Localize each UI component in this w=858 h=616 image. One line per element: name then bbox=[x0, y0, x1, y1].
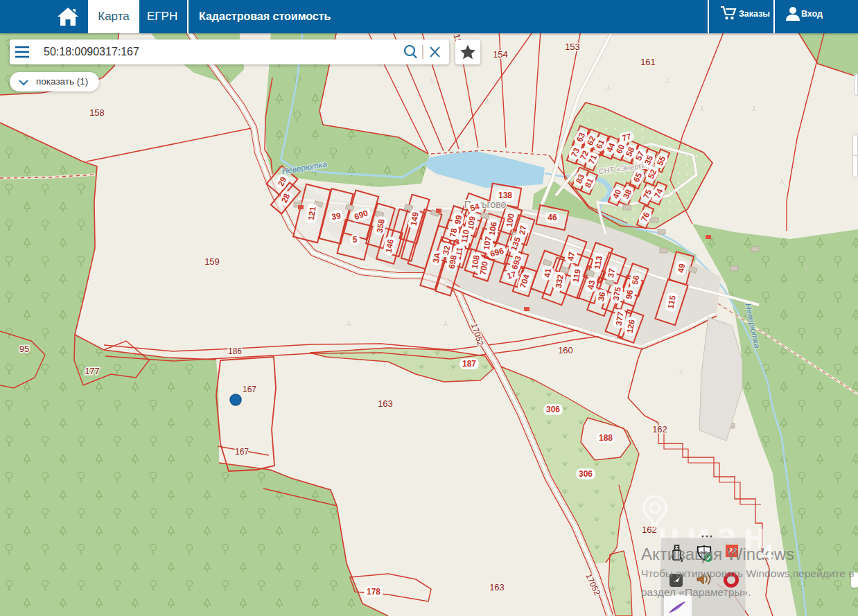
svg-text:95: 95 bbox=[19, 344, 29, 354]
svg-text:153: 153 bbox=[565, 42, 580, 52]
svg-text:56: 56 bbox=[630, 274, 641, 285]
svg-text:187: 187 bbox=[462, 359, 476, 369]
svg-text:163: 163 bbox=[489, 582, 505, 592]
svg-text:47: 47 bbox=[566, 251, 577, 262]
svg-text:96: 96 bbox=[624, 289, 635, 300]
svg-text:36: 36 bbox=[596, 291, 607, 302]
svg-text:167: 167 bbox=[243, 385, 256, 394]
svg-text:49: 49 bbox=[676, 263, 687, 274]
svg-text:167: 167 bbox=[235, 447, 249, 457]
svg-text:43: 43 bbox=[586, 279, 597, 290]
svg-text:37: 37 bbox=[606, 267, 617, 279]
svg-text:162: 162 bbox=[652, 424, 667, 434]
svg-text:3А: 3А bbox=[431, 252, 443, 264]
svg-text:5: 5 bbox=[353, 235, 358, 245]
svg-text:138: 138 bbox=[498, 191, 512, 200]
svg-text:46: 46 bbox=[548, 213, 557, 222]
svg-text:306: 306 bbox=[546, 405, 560, 414]
svg-text:78: 78 bbox=[448, 227, 459, 238]
svg-text:306: 306 bbox=[579, 469, 593, 479]
svg-text:27: 27 bbox=[517, 225, 528, 236]
svg-text:41: 41 bbox=[542, 267, 553, 279]
svg-text:163: 163 bbox=[378, 398, 393, 409]
svg-text:161: 161 bbox=[640, 57, 656, 67]
svg-text:158: 158 bbox=[89, 107, 105, 118]
svg-text:99: 99 bbox=[453, 214, 464, 225]
svg-text:121: 121 bbox=[306, 206, 318, 221]
svg-text:186: 186 bbox=[228, 346, 242, 356]
svg-text:177: 177 bbox=[85, 366, 100, 376]
svg-text:160: 160 bbox=[558, 345, 573, 355]
svg-text:188: 188 bbox=[599, 433, 613, 443]
svg-text:154: 154 bbox=[493, 49, 508, 60]
svg-text:178: 178 bbox=[367, 587, 380, 597]
svg-text:39: 39 bbox=[331, 211, 342, 222]
svg-text:159: 159 bbox=[204, 256, 220, 267]
